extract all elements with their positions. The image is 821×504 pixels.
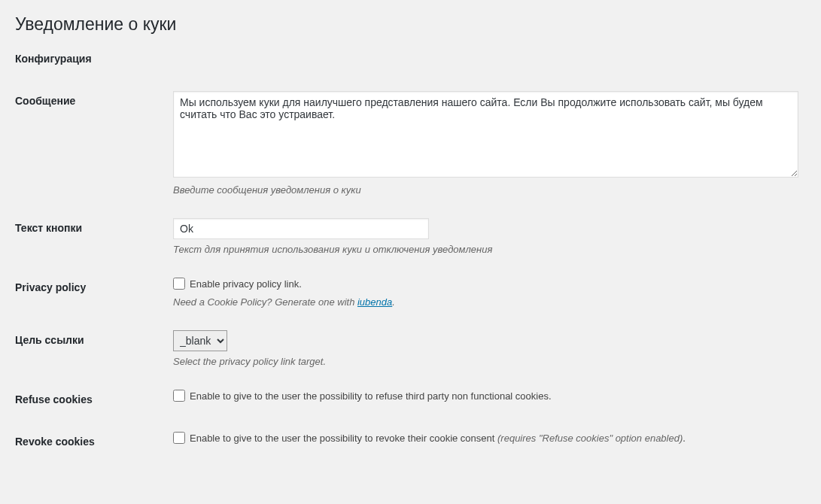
section-title: Конфигурация — [15, 53, 806, 65]
iubenda-link[interactable]: iubenda — [357, 296, 392, 308]
message-label: Сообщение — [15, 80, 166, 207]
button-text-label: Текст кнопки — [15, 207, 166, 266]
settings-form-table: Сообщение Мы используем куки для наилучш… — [15, 80, 806, 463]
button-text-description: Текст для принятия использования куки и … — [173, 244, 798, 255]
privacy-policy-checkbox[interactable] — [173, 278, 185, 290]
privacy-policy-checkbox-text: Enable privacy policy link. — [190, 278, 302, 290]
link-target-description: Select the privacy policy link target. — [173, 356, 798, 367]
revoke-cookies-label: Revoke cookies — [15, 421, 166, 463]
refuse-cookies-checkbox-wrapper[interactable]: Enable to give to the user the possibili… — [173, 390, 552, 402]
refuse-cookies-label: Refuse cookies — [15, 378, 166, 421]
message-textarea[interactable]: Мы используем куки для наилучшего предст… — [173, 91, 798, 178]
page-title: Уведомление о куки — [15, 8, 806, 38]
refuse-cookies-checkbox-text: Enable to give to the user the possibili… — [190, 390, 552, 402]
revoke-cookies-checkbox-text: Enable to give to the user the possibili… — [190, 433, 686, 444]
message-description: Введите сообщения уведомления о куки — [173, 184, 798, 196]
refuse-cookies-checkbox[interactable] — [173, 390, 185, 402]
button-text-input[interactable] — [173, 218, 429, 239]
privacy-policy-label: Privacy policy — [15, 266, 166, 319]
revoke-cookies-checkbox-wrapper[interactable]: Enable to give to the user the possibili… — [173, 432, 686, 444]
link-target-select[interactable]: _blank — [173, 330, 227, 351]
privacy-policy-description: Need a Cookie Policy? Generate one with … — [173, 296, 798, 308]
privacy-policy-checkbox-wrapper[interactable]: Enable privacy policy link. — [173, 278, 302, 290]
revoke-cookies-checkbox[interactable] — [173, 432, 185, 444]
link-target-label: Цель ссылки — [15, 319, 166, 378]
